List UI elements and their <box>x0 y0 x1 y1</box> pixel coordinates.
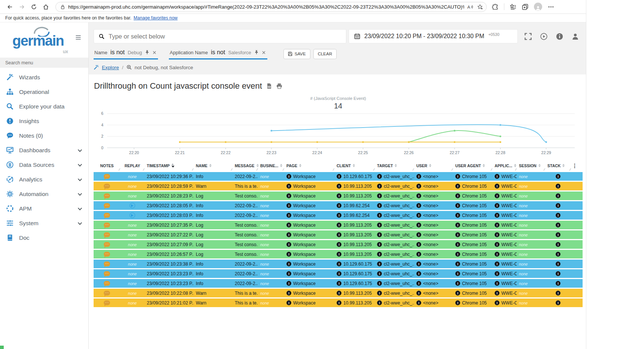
info-icon[interactable]: ! <box>377 300 382 305</box>
sort-icon[interactable] <box>514 164 516 168</box>
info-icon[interactable]: ! <box>495 203 499 208</box>
info-icon[interactable]: ! <box>286 174 291 179</box>
column-header-applic[interactable]: APPLIC...∕∕ <box>492 160 517 171</box>
lock-icon[interactable] <box>60 4 65 9</box>
info-icon[interactable]: ! <box>455 271 460 276</box>
table-row[interactable]: ···none23/09/2022 10:26:57 P...LogTest c… <box>94 250 583 258</box>
info-icon[interactable]: ! <box>416 281 421 286</box>
column-resize-handle[interactable]: ∕∕ <box>516 168 516 171</box>
info-icon[interactable]: ! <box>377 291 382 296</box>
info-icon[interactable]: ! <box>416 252 421 257</box>
info-icon[interactable]: ! <box>337 174 341 179</box>
sort-icon[interactable] <box>299 164 301 168</box>
info-icon[interactable]: ! <box>286 291 291 296</box>
info-icon[interactable]: ! <box>556 271 561 276</box>
info-icon[interactable]: ! <box>455 184 460 189</box>
column-resize-handle[interactable]: ∕∕ <box>452 168 452 171</box>
table-row[interactable]: ···none23/09/2022 10:23:23 P...Info2022-… <box>94 269 583 278</box>
user-account-icon[interactable] <box>572 33 579 40</box>
info-icon[interactable]: ! <box>377 213 382 218</box>
sidebar-item-system[interactable]: System <box>0 216 88 230</box>
notes-icon[interactable]: ··· <box>104 223 110 227</box>
column-resize-handle[interactable]: ∕∕ <box>413 168 413 171</box>
manage-favorites-link[interactable]: Manage favorites now <box>134 15 177 21</box>
info-icon[interactable]: ! <box>495 252 499 257</box>
info-icon[interactable]: ! <box>495 213 499 218</box>
sort-icon[interactable] <box>395 164 397 168</box>
save-button[interactable]: SAVE <box>283 49 310 59</box>
sidebar-item-analytics[interactable]: Analytics <box>0 172 88 187</box>
filter-chip-name[interactable]: Name is not Debug <box>94 48 158 59</box>
info-icon[interactable]: ! <box>556 174 561 179</box>
info-icon[interactable]: ! <box>416 232 421 237</box>
info-icon[interactable]: ! <box>377 252 382 257</box>
info-icon[interactable]: ! <box>416 203 421 208</box>
column-resize-handle[interactable]: ∕∕ <box>119 168 119 171</box>
sidebar-item-insights[interactable]: Insights <box>0 114 88 128</box>
sort-icon[interactable] <box>209 164 212 168</box>
info-icon[interactable]: ! <box>416 300 421 305</box>
table-row[interactable]: ···none23/09/2022 10:27:22 P...LogTest c… <box>94 230 583 239</box>
info-icon[interactable]: ! <box>286 242 291 247</box>
info-icon[interactable]: ! <box>286 213 291 218</box>
info-icon[interactable]: ! <box>455 261 460 266</box>
replay-play-icon[interactable] <box>130 203 135 208</box>
column-resize-handle[interactable]: ∕∕ <box>544 168 544 171</box>
info-icon[interactable]: ! <box>495 281 499 286</box>
table-row[interactable]: ···none23/09/2022 10:21:02 P...WarnThis … <box>94 299 583 307</box>
notes-icon[interactable]: ··· <box>104 174 110 179</box>
info-icon[interactable]: ! <box>377 184 382 189</box>
pin-icon[interactable] <box>254 50 259 55</box>
notes-icon[interactable]: ··· <box>104 291 110 296</box>
pin-icon[interactable] <box>145 50 149 55</box>
info-icon[interactable]: ! <box>337 213 341 218</box>
export-csv-icon[interactable] <box>266 83 272 89</box>
favorites-icon[interactable] <box>510 4 516 10</box>
sort-icon[interactable] <box>429 164 431 168</box>
column-header-user-agent[interactable]: USER AGENT∕∕ <box>453 160 492 171</box>
notes-icon[interactable]: ··· <box>104 184 110 189</box>
sidebar-item-notes-0[interactable]: Notes (0) <box>0 128 88 143</box>
info-icon[interactable]: ! <box>377 261 382 266</box>
info-icon[interactable]: ! <box>286 193 291 198</box>
info-icon[interactable]: ! <box>286 261 291 266</box>
info-icon[interactable]: ! <box>286 232 291 237</box>
info-icon[interactable]: ! <box>377 223 382 227</box>
column-header-page[interactable]: PAGE∕∕ <box>284 160 334 171</box>
column-resize-handle[interactable]: ∕∕ <box>491 168 492 171</box>
table-row[interactable]: ···none23/09/2022 10:23:23 P...Info2022-… <box>94 279 583 288</box>
extensions-icon[interactable] <box>492 4 498 10</box>
info-icon[interactable]: ! <box>337 291 341 296</box>
sort-icon[interactable] <box>562 164 565 168</box>
info-icon[interactable]: ! <box>455 300 460 305</box>
info-icon[interactable]: ! <box>455 203 460 208</box>
info-icon[interactable]: ! <box>337 252 341 257</box>
info-icon[interactable]: ! <box>286 203 291 208</box>
info-icon[interactable]: ! <box>286 271 291 276</box>
info-icon[interactable]: ! <box>495 242 499 247</box>
sidebar-toggle-icon[interactable] <box>75 34 82 40</box>
column-header-timestamp[interactable]: TIMESTAMP∕∕ <box>145 160 194 171</box>
info-icon[interactable]: ! <box>337 184 341 189</box>
column-resize-handle[interactable]: ∕∕ <box>283 168 283 171</box>
column-header-session[interactable]: SESSION∕∕ <box>517 160 545 171</box>
address-bar[interactable]: https://germainapm-prod.uhc.com/germaina… <box>55 2 487 12</box>
sidebar-search-input[interactable] <box>0 58 88 68</box>
info-icon[interactable]: ! <box>337 232 341 237</box>
notes-icon[interactable]: ··· <box>104 300 110 305</box>
column-resize-handle[interactable]: ∕∕ <box>231 168 232 171</box>
info-icon[interactable]: ! <box>495 174 499 179</box>
info-icon[interactable] <box>556 33 563 40</box>
sidebar-item-data-sources[interactable]: Data Sources <box>0 157 88 172</box>
notes-icon[interactable]: ··· <box>104 213 110 218</box>
info-icon[interactable]: ! <box>337 271 341 276</box>
sidebar-item-doc[interactable]: Doc <box>0 230 88 245</box>
column-header-name[interactable]: NAME∕∕ <box>194 160 233 171</box>
search-input[interactable] <box>109 33 341 40</box>
notes-icon[interactable]: ··· <box>104 252 110 257</box>
play-icon[interactable] <box>540 33 547 40</box>
date-range-picker[interactable]: 23/09/2022 10:20 PM - 23/09/2022 10:30 P… <box>349 29 518 43</box>
breadcrumb-explore-link[interactable]: Explore <box>102 65 119 70</box>
info-icon[interactable]: ! <box>286 281 291 286</box>
column-header-busine[interactable]: BUSINE...∕∕ <box>258 160 284 171</box>
